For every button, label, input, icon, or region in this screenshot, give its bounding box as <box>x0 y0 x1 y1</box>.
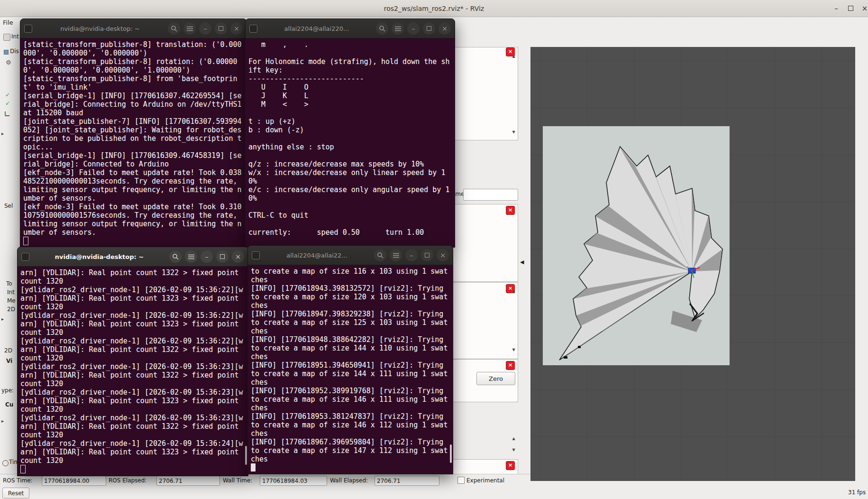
map-obstacle-dot <box>578 346 581 348</box>
minimize-button[interactable]: – <box>405 249 418 261</box>
terminal-text: m , . For Holonomic mode (strafing), hol… <box>248 40 452 237</box>
panel-fragment-box <box>453 47 518 140</box>
wall-elapsed-label: Wall Elapsed: <box>330 477 368 484</box>
search-icon[interactable] <box>169 250 182 263</box>
maximize-button[interactable] <box>421 249 433 261</box>
maximize-icon <box>219 26 223 31</box>
terminal-title: nvidia@nvidia-desktop: ~ <box>33 253 166 260</box>
expand-triangle-icon[interactable]: ▸ <box>1 316 4 322</box>
close-button[interactable]: × <box>230 22 243 35</box>
rviz-titlebar: ros2_ws/slam_ros2.rviz* - RViz – × <box>0 0 868 17</box>
wall-time-input[interactable] <box>260 476 327 486</box>
terminal-cursor <box>23 237 28 245</box>
menu-icon[interactable] <box>392 22 404 35</box>
terminal-titlebar[interactable]: nvidia@nvidia-desktop: ~ – × <box>18 247 248 267</box>
error-close-icon[interactable]: × <box>506 461 515 470</box>
scroll-up-arrow[interactable]: ▲ <box>511 436 517 441</box>
displays-panel-icon <box>4 50 9 55</box>
minimize-button[interactable]: – <box>201 250 213 263</box>
expand-triangle-icon[interactable]: ▸ <box>1 131 4 136</box>
tool-fragment-int[interactable]: Int <box>7 289 15 296</box>
terminal-title: nvidia@nvidia-desktop: ~ <box>36 25 164 32</box>
terminal-text: to create a map of size 116 x 103 using … <box>251 267 450 463</box>
terminal-output[interactable]: to create a map of size 116 x 103 using … <box>248 265 453 465</box>
search-icon[interactable] <box>374 249 386 261</box>
frame-input[interactable] <box>463 189 518 201</box>
rviz-application-window: ros2_ws/slam_ros2.rviz* - RViz – × File … <box>0 0 868 499</box>
terminal-scrollbar[interactable] <box>450 265 452 473</box>
current-view-fragment[interactable]: Cu <box>5 401 13 408</box>
maximize-icon <box>848 6 853 11</box>
reset-button[interactable]: Reset <box>2 488 29 499</box>
ros-time-label: ROS Time: <box>3 477 33 484</box>
close-button[interactable]: × <box>439 22 451 35</box>
menu-icon[interactable] <box>390 249 402 261</box>
terminal-cursor <box>251 463 256 471</box>
minimize-button[interactable]: – <box>199 22 211 35</box>
maximize-button[interactable] <box>423 22 435 35</box>
terminal-output[interactable]: arn] [YDLIDAR]: Real point count 1322 > … <box>18 267 248 467</box>
tool-fragment-me[interactable]: Me <box>7 297 16 304</box>
scroll-down-arrow[interactable]: ▼ <box>511 448 517 452</box>
experimental-label: Experimental <box>466 477 504 484</box>
scroll-up-arrow[interactable]: ▲ <box>511 54 517 58</box>
terminal-output[interactable]: m , . For Holonomic mode (strafing), hol… <box>246 38 455 239</box>
experimental-checkbox[interactable] <box>457 477 465 484</box>
minimize-button[interactable]: – <box>407 22 420 35</box>
ros-elapsed-input[interactable] <box>156 476 220 486</box>
terminal-window-ydlidar[interactable]: nvidia@nvidia-desktop: ~ – × arn] [YDLID… <box>17 247 248 476</box>
maximize-icon <box>425 253 429 258</box>
maximize-button[interactable] <box>215 22 227 35</box>
search-icon[interactable] <box>168 22 180 35</box>
maximize-button[interactable] <box>216 250 228 263</box>
terminal-titlebar[interactable]: allai2204@allai220... – × <box>246 19 455 38</box>
tool-fragment-2d[interactable]: 2D <box>7 306 15 313</box>
scroll-down-arrow[interactable]: ▼ <box>511 348 517 352</box>
interact-tool-icon[interactable] <box>3 34 10 41</box>
type-label-fragment: ype: <box>1 387 14 394</box>
gear-icon: ⚙ <box>6 59 11 66</box>
clock-icon <box>2 460 9 466</box>
wall-elapsed-input[interactable] <box>375 476 439 486</box>
terminal-cursor <box>20 465 26 473</box>
terminal-output[interactable]: [static_transform_publisher-8] translati… <box>20 38 247 239</box>
error-close-icon[interactable]: × <box>506 206 515 215</box>
panel-fragment-box <box>453 204 518 282</box>
panel-collapse-arrow[interactable]: ◀ <box>520 259 524 265</box>
wall-time-label: Wall Time: <box>223 477 252 484</box>
menu-icon[interactable] <box>183 22 196 35</box>
terminal-window-rviz-log[interactable]: allai2204@allai22... – × to create a map… <box>247 245 453 474</box>
expand-triangle-icon[interactable]: ▸ <box>1 418 4 424</box>
maximize-icon <box>427 26 431 31</box>
close-button[interactable]: × <box>437 249 449 261</box>
terminal-titlebar[interactable]: allai2204@allai22... – × <box>248 246 453 265</box>
terminal-window-static-transform[interactable]: nvidia@nvidia-desktop: ~ – × [static_tra… <box>20 18 247 248</box>
tool-fragment-to[interactable]: To <box>6 280 12 287</box>
close-button[interactable]: × <box>232 250 244 263</box>
select-tool-fragment[interactable]: Sel <box>4 203 13 209</box>
displays-panel-title-fragment[interactable]: Dis <box>10 48 19 55</box>
window-close-button[interactable]: × <box>858 1 868 16</box>
toolbar-fragment-interact[interactable]: Int <box>11 33 19 40</box>
error-close-icon[interactable]: × <box>506 361 515 370</box>
axes-icon <box>4 111 10 117</box>
terminal-titlebar[interactable]: nvidia@nvidia-desktop: ~ – × <box>20 19 247 38</box>
slam-map-render <box>530 47 855 481</box>
check-icon: ✓ <box>5 92 10 98</box>
window-maximize-button[interactable] <box>843 1 858 16</box>
search-icon[interactable] <box>376 22 388 35</box>
3d-viewport[interactable] <box>530 47 855 481</box>
zero-button[interactable]: Zero <box>476 372 515 385</box>
scroll-up-arrow[interactable]: ▲ <box>511 289 517 294</box>
terminal-app-icon <box>24 25 32 33</box>
terminal-text: [static_transform_publisher-8] translati… <box>23 40 244 237</box>
scroll-down-arrow[interactable]: ▼ <box>511 130 517 134</box>
views-panel-title-fragment[interactable]: Vi <box>6 358 12 364</box>
menu-icon[interactable] <box>185 250 197 263</box>
panel-fragment-2d[interactable]: 2D <box>4 347 12 354</box>
menu-file[interactable]: File <box>3 19 13 26</box>
ros-time-input[interactable] <box>42 476 106 486</box>
terminal-window-teleop[interactable]: allai2204@allai220... – × m , . For Holo… <box>245 18 455 248</box>
window-minimize-button[interactable]: – <box>829 1 843 16</box>
terminal-app-icon <box>249 25 257 33</box>
